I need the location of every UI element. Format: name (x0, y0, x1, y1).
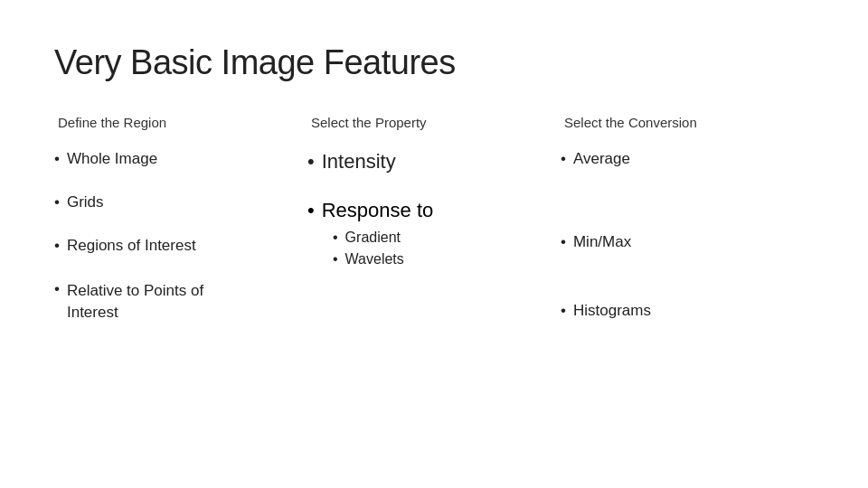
item-average: Average (573, 150, 630, 168)
bullet-icon: • (54, 237, 60, 255)
column-select-conversion: Select the Conversion • Average • Min/Ma… (561, 115, 814, 452)
list-item: • Wavelets (333, 251, 561, 267)
bullet-icon: • (561, 302, 566, 320)
bullet-icon: • (307, 199, 315, 222)
item-wavelets: Wavelets (345, 251, 404, 267)
bullet-icon: • (561, 233, 566, 251)
col1-header: Define the Region (54, 115, 307, 130)
response-group: • Response to • Gradient • Wavelets (307, 199, 561, 278)
bullet-icon: • (561, 150, 566, 168)
item-whole-image: Whole Image (67, 150, 157, 168)
list-item: • Average (561, 150, 814, 168)
column-define-region: Define the Region • Whole Image • Grids … (54, 115, 307, 452)
col3-header: Select the Conversion (561, 115, 814, 130)
bullet-icon: • (54, 150, 60, 168)
bullet-icon: • (54, 280, 60, 298)
list-item: • Grids (54, 193, 307, 211)
slide: Very Basic Image Features Define the Reg… (0, 0, 868, 488)
list-item: • Min/Max (561, 233, 814, 251)
content-grid: Define the Region • Whole Image • Grids … (54, 115, 814, 452)
list-item: • Intensity (307, 150, 561, 174)
col2-header: Select the Property (307, 115, 561, 130)
list-item: • Whole Image (54, 150, 307, 168)
list-item: • Regions of Interest (54, 237, 307, 255)
response-to-label: • Response to (307, 199, 561, 222)
bullet-icon: • (333, 251, 338, 267)
item-gradient: Gradient (345, 230, 401, 246)
list-item: • Relative to Points ofInterest (54, 280, 307, 324)
sub-bullets: • Gradient • Wavelets (333, 230, 561, 267)
item-response-to: Response to (322, 199, 434, 222)
list-item: • Histograms (561, 302, 814, 320)
column-select-property: Select the Property • Intensity • Respon… (307, 115, 561, 452)
item-minmax: Min/Max (573, 233, 631, 251)
list-item: • Gradient (333, 230, 561, 246)
item-intensity: Intensity (322, 150, 396, 174)
item-relative-to-points: Relative to Points ofInterest (67, 280, 203, 324)
item-regions-of-interest: Regions of Interest (67, 237, 196, 255)
slide-title: Very Basic Image Features (54, 43, 814, 82)
bullet-icon: • (333, 230, 338, 246)
bullet-icon: • (54, 193, 60, 211)
item-histograms: Histograms (573, 302, 651, 320)
bullet-icon: • (307, 150, 315, 174)
item-grids: Grids (67, 193, 104, 211)
